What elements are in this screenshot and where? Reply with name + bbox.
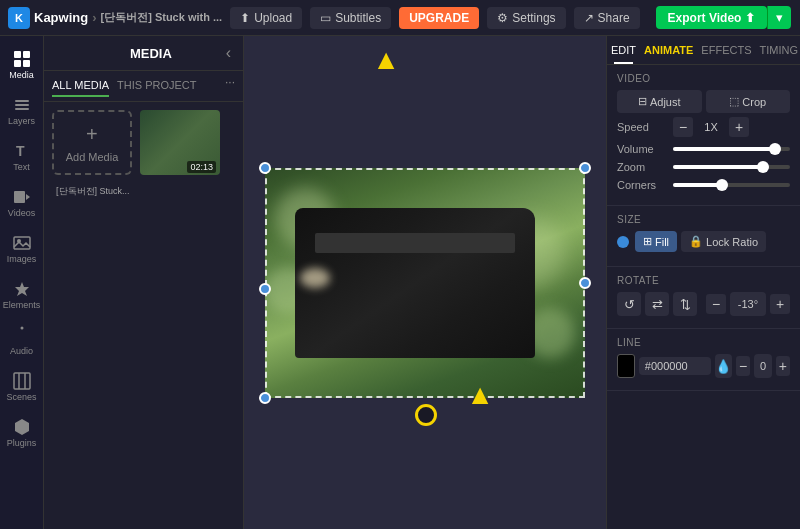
rotate-ccw-button[interactable]: ↺ bbox=[617, 292, 641, 316]
right-panel: EDIT ANIMATE EFFECTS TIMING VIDEO ⊟ Adju… bbox=[606, 36, 800, 529]
sidebar-item-audio[interactable]: Audio bbox=[2, 320, 42, 362]
svg-rect-5 bbox=[15, 104, 29, 106]
svg-point-13 bbox=[20, 327, 23, 330]
handle-rotate[interactable] bbox=[415, 404, 437, 426]
svg-rect-14 bbox=[14, 373, 30, 389]
plugins-icon bbox=[13, 418, 31, 436]
media-panel: MEDIA ‹ ALL MEDIA THIS PROJECT ··· + Add… bbox=[44, 36, 244, 529]
videos-label: Videos bbox=[8, 208, 35, 218]
sidebar-item-elements[interactable]: Elements bbox=[2, 274, 42, 316]
rotate-row: ↺ ⇄ ⇅ − -13° + bbox=[617, 292, 790, 316]
opacity-plus[interactable]: + bbox=[776, 356, 790, 376]
speed-value: 1X bbox=[697, 121, 725, 133]
adjust-button[interactable]: ⊟ Adjust bbox=[617, 90, 702, 113]
rotate-minus[interactable]: − bbox=[706, 294, 726, 314]
tab-animate[interactable]: ANIMATE bbox=[640, 36, 697, 64]
sidebar-item-scenes[interactable]: Scenes bbox=[2, 366, 42, 408]
media-thumb-label: [단독버전] Stuck... bbox=[52, 183, 134, 200]
lock-ratio-button[interactable]: 🔒 Lock Ratio bbox=[681, 231, 766, 252]
rotate-plus[interactable]: + bbox=[770, 294, 790, 314]
arrow-lock-ratio: ▲ bbox=[466, 381, 494, 409]
sidebar-item-text[interactable]: T Text bbox=[2, 136, 42, 178]
svg-text:+: + bbox=[86, 123, 98, 145]
handle-right-mid[interactable] bbox=[579, 277, 591, 289]
media-panel-header: MEDIA ‹ bbox=[44, 36, 243, 71]
zoom-slider[interactable] bbox=[673, 165, 790, 169]
breadcrumb: [단독버전] Stuck with ... bbox=[101, 10, 223, 25]
topbar: K Kapwing › [단독버전] Stuck with ... ⬆ Uplo… bbox=[0, 0, 800, 36]
upgrade-button[interactable]: UPGRADE bbox=[399, 7, 479, 29]
handle-top-left[interactable] bbox=[259, 162, 271, 174]
sidebar-item-media[interactable]: Media bbox=[2, 44, 42, 86]
export-group: Export Video ⬆ ▾ bbox=[656, 6, 792, 29]
adjust-icon: ⊟ bbox=[638, 95, 647, 108]
plugins-label: Plugins bbox=[7, 438, 37, 448]
images-icon bbox=[13, 234, 31, 252]
subtitles-icon: ▭ bbox=[320, 11, 331, 25]
add-media-button[interactable]: + Add Media bbox=[52, 110, 132, 175]
sidebar-item-videos[interactable]: Videos bbox=[2, 182, 42, 224]
color-value-input[interactable]: #000000 bbox=[639, 357, 711, 375]
speed-row: Speed − 1X + bbox=[617, 117, 790, 137]
handle-bottom-left[interactable] bbox=[259, 392, 271, 404]
speed-plus[interactable]: + bbox=[729, 117, 749, 137]
volume-slider[interactable] bbox=[673, 147, 790, 151]
handle-top-right[interactable] bbox=[579, 162, 591, 174]
export-dropdown-button[interactable]: ▾ bbox=[767, 6, 791, 29]
video-section: VIDEO ⊟ Adjust ⬚ Crop Speed − 1X + bbox=[607, 65, 800, 206]
logo-icon: K bbox=[8, 7, 30, 29]
opacity-minus[interactable]: − bbox=[736, 356, 750, 376]
rotate-value-input[interactable]: -13° bbox=[730, 292, 766, 316]
color-swatch[interactable] bbox=[617, 354, 635, 378]
svg-marker-12 bbox=[15, 282, 29, 296]
corners-slider[interactable] bbox=[673, 183, 790, 187]
elements-icon bbox=[13, 280, 31, 298]
upload-button[interactable]: ⬆ Upload bbox=[230, 7, 302, 29]
svg-rect-4 bbox=[15, 100, 29, 102]
share-button[interactable]: ↗ Share bbox=[574, 7, 640, 29]
video-section-label: VIDEO bbox=[617, 73, 790, 84]
tab-timing[interactable]: TIMING bbox=[755, 36, 800, 64]
canvas-area: ▲ ▲ bbox=[244, 36, 606, 529]
handle-left-mid[interactable] bbox=[259, 283, 271, 295]
svg-marker-17 bbox=[15, 419, 29, 435]
scenes-icon bbox=[13, 372, 31, 390]
rotate-section-label: ROTATE bbox=[617, 275, 790, 286]
settings-button[interactable]: ⚙ Settings bbox=[487, 7, 565, 29]
tab-all-media[interactable]: ALL MEDIA bbox=[52, 75, 109, 97]
media-thumbnail[interactable]: 02:13 bbox=[140, 110, 220, 175]
breadcrumb-sep: › bbox=[92, 10, 96, 25]
tab-effects[interactable]: EFFECTS bbox=[697, 36, 755, 64]
flip-v-button[interactable]: ⇅ bbox=[673, 292, 697, 316]
svg-rect-6 bbox=[15, 108, 29, 110]
video-frame[interactable] bbox=[265, 168, 585, 398]
corners-row: Corners bbox=[617, 179, 790, 191]
crop-icon: ⬚ bbox=[729, 95, 739, 108]
tab-this-project[interactable]: THIS PROJECT bbox=[117, 75, 196, 97]
main-layout: Media Layers T Text Videos Images Elemen… bbox=[0, 36, 800, 529]
text-label: Text bbox=[13, 162, 30, 172]
crop-button[interactable]: ⬚ Crop bbox=[706, 90, 791, 113]
app-logo: K Kapwing › [단독버전] Stuck with ... bbox=[8, 7, 222, 29]
tab-edit[interactable]: EDIT bbox=[607, 36, 640, 64]
flip-h-button[interactable]: ⇄ bbox=[645, 292, 669, 316]
fill-button[interactable]: ⊞ Fill bbox=[635, 231, 677, 252]
media-label: Media bbox=[9, 70, 34, 80]
opacity-value: 0 bbox=[754, 354, 771, 378]
volume-row: Volume bbox=[617, 143, 790, 155]
media-tab-more[interactable]: ··· bbox=[225, 75, 235, 97]
line-section-label: LINE bbox=[617, 337, 790, 348]
sidebar-item-images[interactable]: Images bbox=[2, 228, 42, 270]
svg-rect-10 bbox=[14, 237, 30, 249]
subtitles-button[interactable]: ▭ Subtitles bbox=[310, 7, 391, 29]
audio-label: Audio bbox=[10, 346, 33, 356]
sidebar-item-plugins[interactable]: Plugins bbox=[2, 412, 42, 454]
speed-minus[interactable]: − bbox=[673, 117, 693, 137]
export-button[interactable]: Export Video ⬆ bbox=[656, 6, 768, 29]
sidebar-item-layers[interactable]: Layers bbox=[2, 90, 42, 132]
eyedropper-button[interactable]: 💧 bbox=[715, 354, 732, 378]
line-section: LINE #000000 💧 − 0 + bbox=[607, 329, 800, 391]
edit-tabs: EDIT ANIMATE EFFECTS TIMING bbox=[607, 36, 800, 65]
export-icon: ⬆ bbox=[745, 11, 755, 25]
media-panel-close[interactable]: ‹ bbox=[226, 44, 231, 62]
